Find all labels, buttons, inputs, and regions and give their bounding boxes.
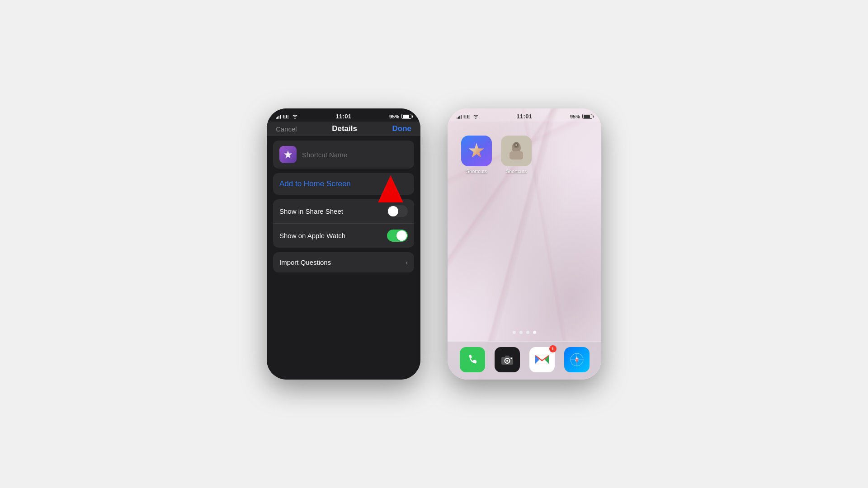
dock: 1 — [448, 341, 601, 380]
toggle-knob-2 — [396, 230, 407, 241]
right-signal-icon — [457, 114, 462, 119]
dot-1 — [513, 331, 516, 334]
import-questions-label: Import Questions — [279, 258, 331, 266]
left-status-bar: EE 11:01 95% — [267, 108, 420, 122]
cancel-button[interactable]: Cancel — [276, 125, 297, 133]
carrier-label: EE — [283, 114, 289, 119]
apple-watch-label: Show on Apple Watch — [279, 232, 345, 239]
dot-2 — [519, 331, 523, 334]
left-time: 11:01 — [335, 113, 351, 120]
phone-content: Add to Home Screen Show in Share Sheet S… — [267, 136, 420, 380]
right-wifi-icon — [473, 114, 479, 119]
right-phone: EE 11:01 95% Shortcuts — [448, 108, 601, 380]
wifi-icon — [292, 114, 298, 119]
shortcuts-app-icon — [461, 136, 492, 166]
share-sheet-label: Show in Share Sheet — [279, 207, 343, 215]
camera-dock-icon[interactable] — [495, 347, 520, 372]
gmail-dock-icon[interactable]: 1 — [529, 347, 555, 372]
dot-3 — [526, 331, 529, 334]
share-sheet-row: Show in Share Sheet — [273, 199, 414, 223]
shortcuts-robot-icon — [501, 136, 532, 166]
right-status-bar-right: 95% — [570, 114, 592, 119]
shortcut-name-card — [273, 141, 414, 169]
svg-point-4 — [515, 144, 517, 146]
page-dots — [448, 331, 601, 341]
battery-fill — [403, 115, 409, 118]
app-icons-grid: Shortcuts Shortcuts — [448, 127, 601, 174]
right-battery-percent: 95% — [570, 114, 580, 119]
toggle-knob — [388, 206, 398, 216]
gmail-badge: 1 — [549, 345, 557, 352]
bottom-section: 1 — [448, 331, 601, 380]
shortcut-name-input[interactable] — [302, 151, 408, 159]
red-arrow — [378, 175, 403, 202]
left-phone: EE 11:01 95% Cancel Details Done — [267, 108, 420, 380]
right-carrier-label: EE — [463, 114, 470, 119]
safari-dock-icon[interactable] — [564, 347, 590, 372]
shortcut-app-icon — [279, 146, 297, 163]
left-status-bar-left: EE — [276, 114, 298, 119]
phone-dock-icon[interactable] — [460, 347, 485, 372]
right-time: 11:01 — [516, 113, 532, 120]
svg-point-9 — [510, 358, 512, 359]
import-questions-row[interactable]: Import Questions › — [273, 252, 414, 272]
shortcuts-robot-label: Shortcuts — [506, 169, 527, 174]
right-battery-fill — [584, 115, 590, 118]
apple-watch-toggle[interactable] — [387, 230, 408, 242]
svg-rect-2 — [509, 151, 523, 160]
right-status-bar: EE 11:01 95% — [448, 108, 601, 122]
dot-4 — [533, 331, 536, 334]
nav-bar: Cancel Details Done — [267, 122, 420, 136]
right-status-bar-left: EE — [457, 114, 479, 119]
share-sheet-toggle[interactable] — [387, 205, 408, 217]
left-status-bar-right: 95% — [389, 114, 411, 119]
signal-icon — [276, 114, 281, 119]
apple-watch-row: Show on Apple Watch — [273, 223, 414, 248]
toggles-card: Show in Share Sheet Show on Apple Watch — [273, 199, 414, 248]
chevron-right-icon: › — [406, 258, 408, 266]
right-battery-icon — [582, 114, 592, 119]
shortcuts-app-label: Shortcuts — [466, 169, 487, 174]
home-screen-content: Shortcuts Shortcuts — [448, 127, 601, 380]
shortcuts-robot-item[interactable]: Shortcuts — [501, 136, 532, 174]
shortcuts-app-item[interactable]: Shortcuts — [461, 136, 492, 174]
svg-rect-8 — [505, 356, 509, 357]
battery-icon — [401, 114, 411, 119]
svg-point-7 — [506, 360, 508, 362]
battery-percent: 95% — [389, 114, 399, 119]
nav-title: Details — [332, 124, 357, 133]
done-button[interactable]: Done — [392, 124, 411, 133]
shortcut-name-row — [279, 141, 408, 169]
